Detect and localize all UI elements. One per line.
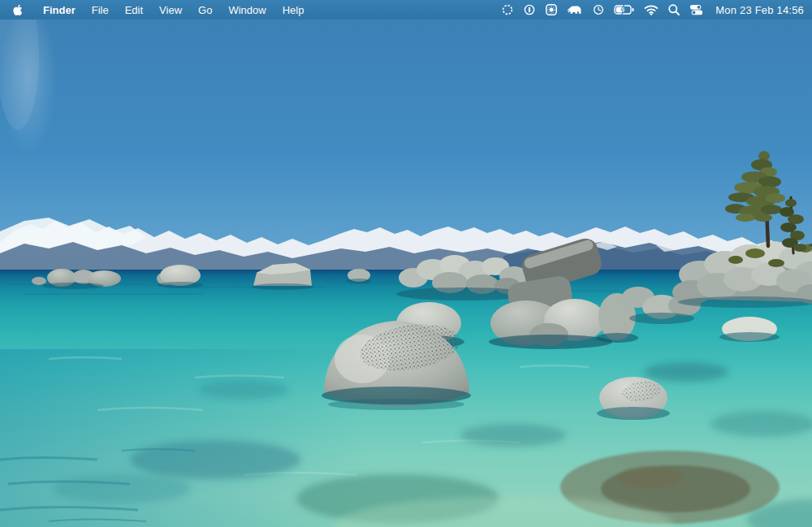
battery-charging-icon[interactable]: [614, 0, 635, 19]
time-machine-clock-icon[interactable]: [592, 0, 605, 19]
menu-help[interactable]: Help: [274, 0, 313, 19]
control-center-icon[interactable]: [689, 0, 703, 19]
desktop[interactable]: [0, 0, 812, 527]
menu-file[interactable]: File: [84, 0, 117, 19]
desktop-wallpaper: [0, 0, 812, 527]
menu-go[interactable]: Go: [190, 0, 220, 19]
spotlight-search-icon[interactable]: [667, 0, 680, 19]
menu-edit[interactable]: Edit: [117, 0, 151, 19]
apple-logo-icon: [13, 4, 24, 16]
wifi-icon[interactable]: [644, 0, 659, 19]
elephant-icon[interactable]: [567, 0, 583, 19]
dashed-circle-icon[interactable]: [501, 0, 514, 19]
menu-window[interactable]: Window: [220, 0, 274, 19]
apple-menu[interactable]: [11, 0, 30, 19]
circle-pause-icon[interactable]: [523, 0, 536, 19]
menu-app-name[interactable]: Finder: [35, 0, 84, 19]
menu-view[interactable]: View: [151, 0, 190, 19]
menu-bar: Finder File Edit View Go Window Help: [0, 0, 812, 19]
screen: Finder File Edit View Go Window Help: [0, 0, 812, 527]
rounded-square-dot-icon[interactable]: [545, 0, 558, 19]
menu-bar-clock[interactable]: Mon 23 Feb 14:56: [712, 4, 804, 16]
